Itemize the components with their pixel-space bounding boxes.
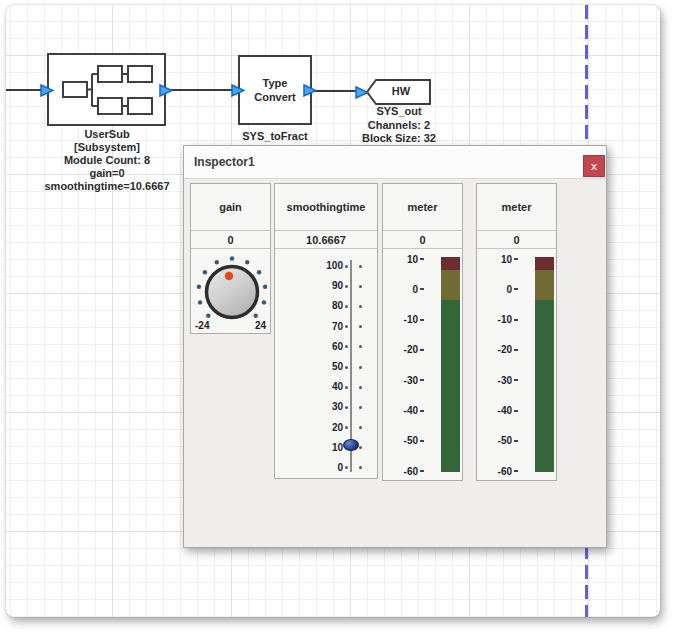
type-convert-block[interactable]: Type Convert [238,55,312,125]
smoothingtime-slider-area: 100 90 80 [275,249,377,478]
meter-tick-label: -60 [498,466,512,477]
slider-tick-row: 90 [275,276,377,296]
slider-tick-dot [345,305,348,308]
smoothingtime-panel-header: smoothingtime [275,184,377,231]
meter-tick-mark [514,288,518,290]
usersub-label: UserSub[Subsystem]Module Count: 8gain=0s… [17,128,197,193]
gain-panel-header: gain [191,184,270,231]
panel-smoothingtime: smoothingtime 10.6667 100 [274,183,378,479]
slider-tick-dot [345,466,348,469]
meter-tick-label: -10 [404,314,418,325]
slider-handle[interactable] [343,439,359,451]
inspector-title: Inspector1 [194,155,255,169]
slider-tick-row: 100 [275,256,377,276]
meter-tick-mark [514,440,518,442]
slider-tick-label: 80 [332,300,343,311]
type-convert-input-port-icon[interactable] [231,84,245,97]
meter-tick-row: 0 [383,274,440,304]
gain-value: 0 [191,231,270,249]
slider-tick-label: 90 [332,280,343,291]
meter2-scale: 10 0 -10 [477,244,534,486]
wire-typeconvert-to-hw[interactable] [312,90,356,92]
meter-tick-mark [420,379,424,381]
type-convert-output-port-icon[interactable] [303,84,317,97]
meter-tick-mark [420,349,424,351]
screenshot-stage: UserSub[Subsystem]Module Count: 8gain=0s… [0,0,677,634]
hw-input-port-icon[interactable] [355,86,369,99]
meter-zone-green [535,300,554,472]
slider-tick-dot [345,386,348,389]
slider-tick-dot [359,386,362,389]
slider-scale: 100 90 80 [275,256,377,478]
wire-usersub-to-typeconvert[interactable] [166,89,238,91]
design-canvas[interactable]: UserSub[Subsystem]Module Count: 8gain=0s… [6,5,660,617]
smoothingtime-value: 10.6667 [275,231,377,249]
knob-indicator-dot [225,272,233,280]
inspector-titlebar[interactable]: Inspector1 [184,146,606,179]
slider-tick-label: 30 [332,401,343,412]
meter-tick-mark [420,319,424,321]
meter-tick-label: 0 [412,284,418,295]
close-button[interactable]: x [583,155,605,177]
meter-tick-label: -40 [498,405,512,416]
slider-tick-label: 10 [332,442,343,453]
gain-min-label: -24 [195,320,209,331]
meter1-scale: 10 0 -10 [383,244,440,486]
meter-tick-row: 10 [477,244,534,274]
meter-tick-label: 0 [506,284,512,295]
meter-tick-mark [514,470,518,472]
meter-tick-row: -20 [477,335,534,365]
slider-tick-dot [345,345,348,348]
slider-tick-dot [359,466,362,469]
gain-knob-area: -24 24 [191,249,270,333]
slider-tick-label: 0 [337,462,343,473]
usersub-input-port-icon[interactable] [40,84,54,97]
hw-label-line: SYS_out [339,105,459,119]
meter-zone-olive [535,270,554,300]
meter-tick-row: -20 [383,335,440,365]
meter-tick-mark [420,410,424,412]
panel-meter-1: meter 0 10 0 [382,183,463,481]
meter1-panel-header: meter [383,184,462,231]
meter-tick-row: -50 [477,426,534,456]
slider-tick-dot [359,426,362,429]
meter-tick-row: -30 [477,365,534,395]
meter2-display-area: 10 0 -10 [477,249,556,480]
slider-tick-dot [345,265,348,268]
meter-tick-label: 10 [501,254,512,265]
slider-tick-dot [359,406,362,409]
meter-zone-green [441,300,460,472]
slider-tick-row: 60 [275,337,377,357]
usersub-block[interactable] [47,53,166,126]
meter-zone-olive [441,270,460,300]
slider-tick-dot [359,345,362,348]
meter-tick-label: -30 [404,375,418,386]
gain-max-label: 24 [255,320,266,331]
type-convert-text-line2: Convert [254,90,296,104]
meter2-bar [535,257,554,472]
slider-tick-row: 30 [275,397,377,417]
slider-tick-label: 60 [332,341,343,352]
meter-tick-mark [514,319,518,321]
meter-zone-red [441,257,460,270]
meter-tick-row: -60 [383,456,440,486]
meter-tick-row: -60 [477,456,534,486]
meter2-panel-header: meter [477,184,556,231]
slider-tick-dot [345,285,348,288]
meter-tick-mark [514,410,518,412]
slider-tick-row: 50 [275,357,377,377]
slider-tick-label: 100 [326,260,343,271]
slider-tick-label: 40 [332,381,343,392]
slider-tick-dot [359,325,362,328]
gain-knob[interactable] [191,249,270,331]
usersub-label-line: UserSub [17,128,197,141]
slider-tick-dot [359,366,362,369]
slider-tick-row: 20 [275,418,377,438]
meter-tick-mark [514,258,518,260]
slider-tick-dot [359,305,362,308]
usersub-label-line: smoothingtime=10.6667 [17,180,197,193]
meter-tick-row: -40 [383,395,440,425]
meter-tick-label: -60 [404,466,418,477]
slider-tick-label: 50 [332,361,343,372]
usersub-output-port-icon[interactable] [159,84,173,97]
